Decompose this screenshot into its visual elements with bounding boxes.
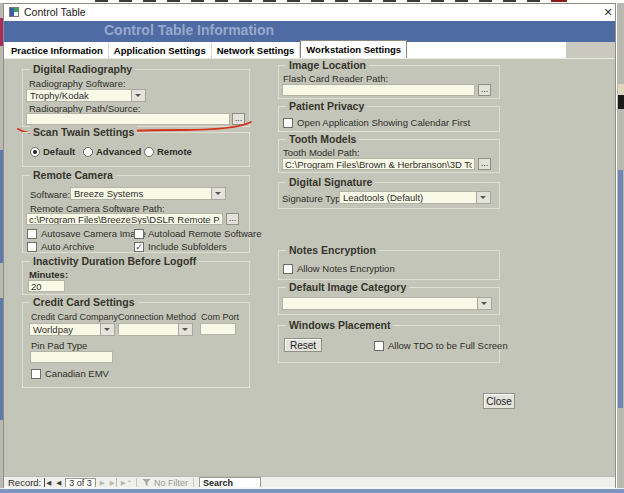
radio-icon[interactable] [83,147,93,157]
group-credit-card-settings: Credit Card Settings Credit Card Company… [22,302,250,388]
workstation-settings-panel: Digital Radiography Radiography Software… [4,58,615,476]
group-image-location: Image Location Flash Card Reader Path: .… [278,65,500,99]
radio-advanced[interactable]: Advanced [83,146,141,157]
tab-application-settings[interactable]: Application Settings [109,42,212,58]
open-calendar-first-checkbox[interactable]: Open Application Showing Calendar First [283,117,470,128]
autosave-camera-image-checkbox[interactable]: Autosave Camera Image [27,228,146,239]
flash-card-reader-path-input[interactable] [282,84,475,96]
checkbox-icon[interactable] [134,229,144,239]
checkbox-icon[interactable] [27,242,37,252]
tooth-model-path-browse-button[interactable]: ... [478,158,491,170]
background-cropped-text [95,0,540,2]
control-table-window: Control Table ✕ Control Table Informatio… [3,3,616,488]
group-title: Digital Signature [286,176,375,189]
tab-network-settings[interactable]: Network Settings [212,42,301,58]
background-red-fragment [551,0,567,2]
default-image-category-dropdown[interactable] [282,297,492,310]
no-filter-label[interactable]: No Filter [154,478,188,488]
allow-tdo-full-screen-checkbox[interactable]: Allow TDO to be Full Screen [374,340,508,351]
autoload-remote-software-checkbox[interactable]: Autoload Remote Software [134,228,262,239]
group-title: Image Location [286,59,369,72]
group-notes-encryption: Notes Encryption Allow Notes Encryption [278,250,500,280]
minutes-input[interactable] [28,280,65,292]
pin-pad-type-label: Pin Pad Type [31,340,87,351]
tooth-model-path-label: Tooth Model Path: [283,147,360,158]
group-patient-privacy: Patient Privacy Open Application Showing… [278,106,500,132]
group-title: Remote Camera [30,169,116,182]
group-digital-signature: Digital Signature Signature Type: Leadto… [278,182,500,209]
form-icon [9,7,19,17]
pin-pad-type-input[interactable] [30,351,113,363]
radiography-software-dropdown[interactable]: Trophy/Kodak [26,89,146,102]
checkbox-icon[interactable] [31,369,41,379]
last-record-icon[interactable]: ▶ [109,478,117,488]
new-record-star-icon: * [128,478,131,487]
close-button[interactable]: Close [483,393,515,409]
flash-card-path-browse-button[interactable]: ... [478,84,491,96]
dialog-bottom-edge [4,487,615,489]
group-title: Digital Radiography [30,63,135,76]
divider [136,478,137,488]
group-title: Windows Placement [286,319,393,332]
canadian-emv-checkbox[interactable]: Canadian EMV [31,368,109,379]
allow-notes-encryption-checkbox[interactable]: Allow Notes Encryption [283,263,395,274]
camera-path-input[interactable] [26,213,223,225]
checkbox-checked-icon[interactable]: ✓ [134,242,144,252]
tab-strip: Practice Information Application Setting… [4,42,615,58]
new-record-icon[interactable]: ▶ [120,478,127,488]
background-right-blue-strip [618,170,623,408]
window-titlebar[interactable]: Control Table ✕ [4,4,615,21]
radio-remote[interactable]: Remote [144,146,192,157]
page-title: Control Table Information [104,22,274,38]
checkbox-icon[interactable] [283,118,293,128]
tab-workstation-settings[interactable]: Workstation Settings [300,40,407,58]
checkbox-icon[interactable] [374,341,384,351]
connection-method-label: Connection Method [118,312,196,322]
group-title: Tooth Models [286,133,359,146]
dropdown-arrow-icon[interactable] [131,89,146,102]
camera-software-label: Software: [30,189,70,200]
reset-button[interactable]: Reset [284,338,322,352]
group-remote-camera: Remote Camera Software: Breeze Systems R… [22,175,250,253]
checkbox-icon[interactable] [283,264,293,274]
group-title: Default Image Category [286,281,409,294]
group-title: Notes Encryption [286,244,379,257]
next-record-icon[interactable]: ▶ [99,478,106,488]
filter-funnel-icon[interactable] [142,478,151,487]
connection-method-dropdown[interactable] [118,323,193,336]
auto-archive-checkbox[interactable]: Auto Archive [27,241,94,252]
form-header: Control Table Information [4,21,615,42]
checkbox-icon[interactable] [27,229,37,239]
camera-software-dropdown[interactable]: Breeze Systems [70,187,226,200]
first-record-icon[interactable]: ◀ [44,478,52,488]
dropdown-arrow-icon[interactable] [476,191,491,204]
credit-card-company-dropdown[interactable]: Worldpay [29,323,115,336]
dropdown-arrow-icon[interactable] [100,323,115,336]
group-title: Scan Twain Settings [30,126,137,139]
com-port-input[interactable] [200,323,236,335]
window-title: Control Table [24,6,86,18]
group-tooth-models: Tooth Models Tooth Model Path: ... [278,139,500,173]
group-scan-twain-settings: Scan Twain Settings Default Advanced Rem… [22,132,250,167]
dropdown-arrow-icon[interactable] [211,187,226,200]
tab-practice-information[interactable]: Practice Information [6,42,109,58]
camera-path-browse-button[interactable]: ... [226,213,239,225]
previous-record-icon[interactable]: ◀ [55,478,62,488]
group-windows-placement: Windows Placement Reset Allow TDO to be … [278,325,500,363]
radio-icon[interactable] [144,147,154,157]
radio-default[interactable]: Default [30,146,75,157]
close-icon[interactable]: ✕ [601,5,615,19]
group-title: Inactivity Duration Before Logoff [30,255,199,268]
include-subfolders-checkbox[interactable]: ✓ Include Subfolders [134,241,227,252]
radio-selected-icon[interactable] [30,147,40,157]
group-title: Credit Card Settings [30,296,138,309]
dropdown-arrow-icon[interactable] [477,297,492,310]
dropdown-arrow-icon[interactable] [178,323,193,336]
tooth-model-path-input[interactable] [282,158,475,170]
group-title: Patient Privacy [286,100,367,113]
com-port-label: Com Port [201,312,239,322]
flash-card-reader-path-label: Flash Card Reader Path: [283,73,388,84]
background-right-tan-patch [618,84,624,95]
record-position-field[interactable]: 3 of 3 [65,478,96,488]
signature-type-dropdown[interactable]: Leadtools (Default) [339,191,491,204]
